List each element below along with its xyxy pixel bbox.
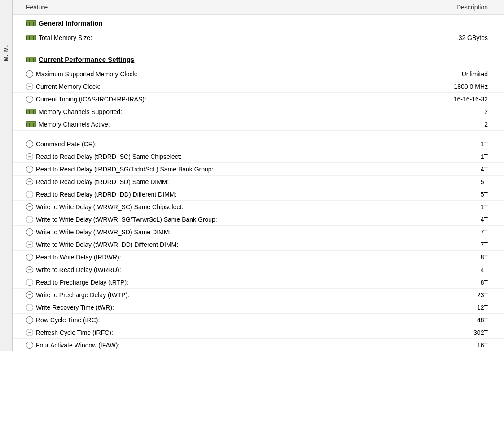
feature-label: Total Memory Size: — [39, 34, 92, 41]
description-value: 7T — [443, 241, 497, 248]
feature-cell: Write to Read Delay (tWRRD): — [26, 266, 443, 273]
feature-label: Read to Precharge Delay (tRTP): — [36, 279, 128, 286]
feature-cell: Read to Read Delay (tRDRD_DD) Different … — [26, 191, 443, 198]
description-value: 4T — [443, 216, 497, 223]
table-row: Read to Read Delay (tRDRD_SC) Same Chips… — [13, 150, 504, 163]
description-value: 8T — [443, 254, 497, 261]
feature-label: Refresh Cycle Time (tRFC): — [36, 329, 113, 336]
circle-minus-icon — [26, 191, 33, 198]
circle-minus-icon — [26, 140, 33, 148]
feature-label: Maximum Supported Memory Clock: — [36, 70, 137, 78]
circle-minus-icon — [26, 304, 33, 311]
feature-label: Memory Channels Active: — [39, 121, 110, 128]
circle-minus-icon — [26, 254, 33, 261]
general-information-title: General Information — [39, 19, 103, 27]
circle-minus-icon — [26, 216, 33, 223]
sidebar-label-1: M. — [3, 45, 9, 52]
table-row: Write to Write Delay (tWRWR_SD) Same DIM… — [13, 226, 504, 238]
feature-cell: Write to Write Delay (tWRWR_SD) Same DIM… — [26, 228, 443, 236]
description-value: 302T — [443, 329, 497, 336]
description-value: 5T — [443, 178, 497, 185]
circle-minus-icon — [26, 279, 33, 286]
circle-minus-icon — [26, 291, 33, 299]
table-row: Write to Write Delay (tWRWR_SG/TwrwrScL)… — [13, 213, 504, 226]
feature-label: Write to Write Delay (tWRWR_SC) Same Chi… — [36, 203, 183, 211]
table-row: Read to Precharge Delay (tRTP):8T — [13, 276, 504, 289]
current-performance-title: Current Performance Settings — [39, 56, 134, 63]
table-row: Four Activate Window (tFAW):16T — [13, 339, 504, 351]
feature-cell: Total Memory Size: — [26, 34, 443, 41]
feature-label: Current Memory Clock: — [36, 83, 101, 90]
feature-label: Read to Read Delay (tRDRD_SC) Same Chips… — [36, 153, 181, 160]
feature-cell: Memory Channels Supported: — [26, 108, 443, 115]
circle-minus-icon — [26, 266, 33, 273]
circle-minus-icon — [26, 96, 33, 103]
table-row: Write Recovery Time (tWR):12T — [13, 301, 504, 314]
description-value: 2 — [443, 108, 497, 115]
description-value: 1T — [443, 140, 497, 148]
description-value: 4T — [443, 166, 497, 173]
circle-minus-icon — [26, 329, 33, 336]
circle-minus-icon — [26, 153, 33, 160]
circle-minus-icon — [26, 178, 33, 185]
section-spacer — [13, 44, 504, 51]
memory-chip-icon — [26, 109, 36, 114]
feature-cell: Read to Read Delay (tRDRD_SG/TrdrdScL) S… — [26, 166, 443, 173]
description-value: 4T — [443, 266, 497, 273]
table-row: Memory Channels Active:2 — [13, 118, 504, 131]
circle-minus-icon — [26, 228, 33, 236]
general-info-icon — [26, 20, 36, 26]
general-information-header: General Information — [13, 15, 504, 31]
feature-cell: Read to Read Delay (tRDRD_SC) Same Chips… — [26, 153, 443, 160]
feature-cell: Write to Write Delay (tWRWR_SG/TwrwrScL)… — [26, 216, 443, 223]
current-performance-header: Current Performance Settings — [13, 51, 504, 68]
feature-label: Read to Read Delay (tRDRD_SD) Same DIMM: — [36, 178, 169, 185]
description-value: 8T — [443, 279, 497, 286]
feature-column-header: Feature — [26, 4, 48, 11]
feature-cell: Read to Read Delay (tRDRD_SD) Same DIMM: — [26, 178, 443, 185]
feature-label: Read to Read Delay (tRDRD_DD) Different … — [36, 191, 176, 198]
performance-section-icon — [26, 57, 36, 62]
feature-cell: Refresh Cycle Time (tRFC): — [26, 329, 443, 336]
table-row: Write to Write Delay (tWRWR_SC) Same Chi… — [13, 201, 504, 213]
table-header: Feature Description — [13, 0, 504, 15]
table-row: Write to Write Delay (tWRWR_DD) Differen… — [13, 238, 504, 251]
feature-label: Write to Write Delay (tWRWR_SG/TwrwrScL)… — [36, 216, 217, 223]
table-row: Row Cycle Time (tRC):48T — [13, 314, 504, 326]
feature-cell: Read to Precharge Delay (tRTP): — [26, 279, 443, 286]
main-content: Feature Description General Information … — [13, 0, 504, 351]
feature-label: Write to Precharge Delay (tWTP): — [36, 291, 129, 299]
circle-minus-icon — [26, 316, 33, 324]
description-value: 1T — [443, 203, 497, 211]
memory-chip-icon — [26, 121, 36, 127]
row-spacer — [13, 131, 504, 138]
description-value: 48T — [443, 316, 497, 324]
table-row: Maximum Supported Memory Clock:Unlimited — [13, 68, 504, 80]
feature-label: Command Rate (CR): — [36, 140, 96, 148]
table-row: Current Memory Clock:1800.0 MHz — [13, 80, 504, 93]
feature-label: Memory Channels Supported: — [39, 108, 122, 115]
table-row: Command Rate (CR):1T — [13, 138, 504, 150]
memory-icon — [26, 35, 36, 40]
description-value: 2 — [443, 121, 497, 128]
feature-label: Read to Write Delay (tRDWR): — [36, 254, 121, 261]
feature-cell: Row Cycle Time (tRC): — [26, 316, 443, 324]
table-row: Refresh Cycle Time (tRFC):302T — [13, 326, 504, 339]
feature-label: Four Activate Window (tFAW): — [36, 342, 119, 349]
feature-cell: Write to Write Delay (tWRWR_SC) Same Chi… — [26, 203, 443, 211]
description-value: 32 GBytes — [443, 34, 497, 41]
feature-cell: Current Memory Clock: — [26, 83, 443, 90]
description-value: 23T — [443, 291, 497, 299]
circle-minus-icon — [26, 83, 33, 90]
circle-minus-icon — [26, 70, 33, 78]
description-value: 7T — [443, 228, 497, 236]
feature-label: Write Recovery Time (tWR): — [36, 304, 114, 311]
feature-cell: Write Recovery Time (tWR): — [26, 304, 443, 311]
circle-minus-icon — [26, 342, 33, 349]
feature-cell: Write to Write Delay (tWRWR_DD) Differen… — [26, 241, 443, 248]
feature-cell: Read to Write Delay (tRDWR): — [26, 254, 443, 261]
table-row: Write to Precharge Delay (tWTP):23T — [13, 289, 504, 301]
table-row: Read to Read Delay (tRDRD_SD) Same DIMM:… — [13, 176, 504, 188]
description-value: 12T — [443, 304, 497, 311]
feature-label: Current Timing (tCAS-tRCD-tRP-tRAS): — [36, 96, 146, 103]
